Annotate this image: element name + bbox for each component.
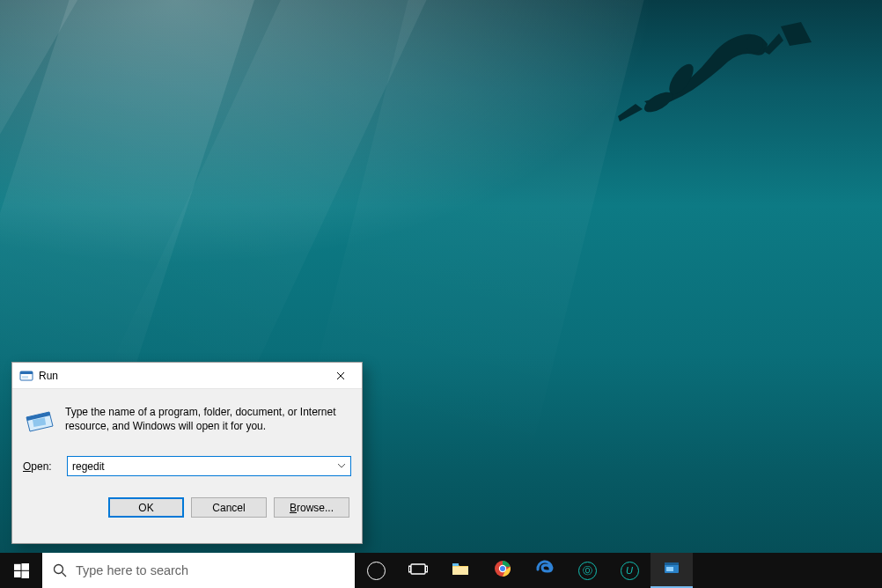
cortana-icon: [367, 562, 386, 580]
chrome-button[interactable]: [481, 553, 524, 588]
close-button[interactable]: [320, 364, 360, 388]
chrome-icon: [493, 559, 512, 582]
svg-rect-8: [21, 563, 29, 570]
svg-rect-13: [411, 564, 425, 574]
cortana-button[interactable]: [355, 553, 397, 588]
svg-rect-4: [20, 371, 33, 374]
run-icon: [19, 369, 33, 383]
svg-rect-23: [665, 562, 679, 565]
browse-button[interactable]: Browse...: [274, 497, 349, 518]
active-app-button[interactable]: [650, 553, 693, 588]
start-button[interactable]: [0, 553, 42, 588]
svg-rect-16: [452, 567, 468, 575]
file-explorer-button[interactable]: [439, 553, 481, 588]
dialog-title: Run: [39, 370, 320, 382]
titlebar[interactable]: Run: [12, 363, 362, 389]
taskbar-search[interactable]: Type here to search: [42, 553, 355, 588]
app-u-icon: U: [621, 562, 639, 580]
app-u-button[interactable]: U: [608, 553, 650, 588]
edge-button[interactable]: [524, 553, 566, 588]
search-placeholder: Type here to search: [76, 563, 188, 577]
search-icon: [53, 563, 67, 577]
svg-rect-7: [14, 563, 21, 570]
active-app-icon: [662, 558, 681, 581]
ok-button[interactable]: OK: [108, 497, 184, 518]
app-o-button[interactable]: Ⓞ: [566, 553, 608, 588]
taskbar: Type here to search Ⓞ: [0, 553, 882, 588]
svg-rect-10: [21, 570, 29, 577]
svg-point-20: [500, 566, 505, 571]
svg-rect-15: [426, 566, 428, 572]
svg-point-11: [55, 565, 63, 574]
run-dialog: Run Type the name of a program, folder, …: [11, 362, 363, 544]
svg-rect-17: [452, 563, 459, 566]
taskview-button[interactable]: [397, 553, 439, 588]
svg-line-12: [62, 573, 67, 577]
svg-point-2: [746, 35, 763, 53]
svg-rect-5: [22, 376, 28, 379]
open-label: Open:: [23, 460, 58, 473]
svg-rect-9: [14, 571, 21, 577]
taskview-icon: [408, 559, 428, 582]
file-explorer-icon: [451, 559, 470, 582]
svg-rect-24: [666, 567, 673, 571]
run-dialog-icon: [23, 405, 55, 437]
edge-icon: [535, 559, 555, 582]
app-o-icon: Ⓞ: [578, 562, 597, 580]
cancel-button[interactable]: Cancel: [191, 497, 267, 518]
open-combobox[interactable]: [67, 456, 351, 476]
chevron-down-icon[interactable]: [334, 457, 349, 475]
wallpaper-diver: [609, 18, 829, 132]
dialog-description: Type the name of a program, folder, docu…: [65, 405, 351, 433]
svg-rect-14: [409, 566, 411, 572]
open-input[interactable]: [72, 457, 334, 475]
